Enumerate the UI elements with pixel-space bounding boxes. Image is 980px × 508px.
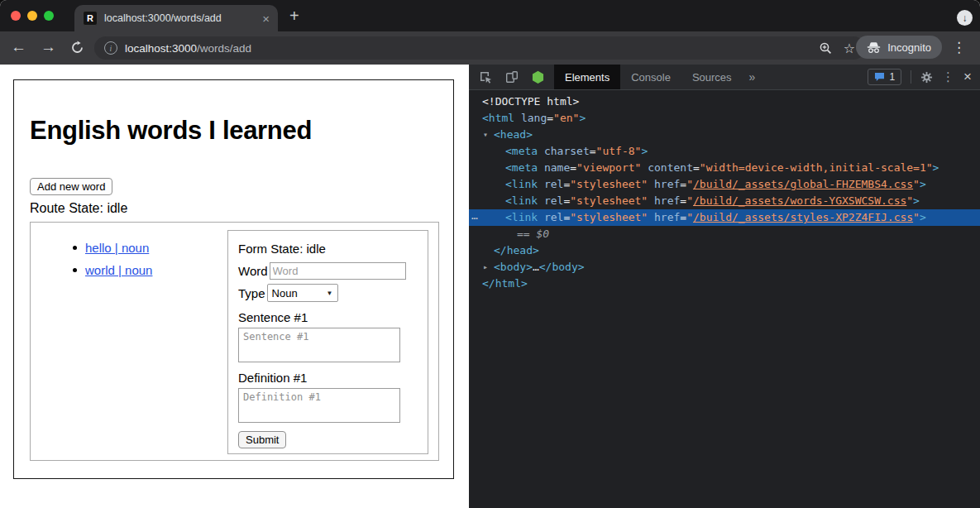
code-token: = (570, 161, 576, 174)
tab-close-icon[interactable]: × (262, 12, 270, 25)
code-token: href (648, 194, 680, 207)
dom-tree-line[interactable]: <meta charset="utf-8"> (469, 143, 980, 160)
code-token: "en" (553, 112, 579, 124)
site-info-icon[interactable]: i (104, 41, 117, 55)
more-tabs-icon[interactable]: » (743, 70, 762, 84)
code-token: content (641, 161, 693, 174)
word-link-world[interactable]: world | noun (85, 263, 152, 277)
type-select[interactable]: Noun ▼ (267, 284, 338, 302)
tab-sources[interactable]: Sources (681, 65, 743, 89)
add-new-word-button[interactable]: Add new word (30, 178, 112, 195)
inspect-element-icon[interactable] (479, 70, 492, 84)
address-bar[interactable]: i localhost:3000/words/add ☆ (94, 36, 865, 60)
word-input[interactable] (270, 262, 406, 280)
form-state-text: Form State: idle (238, 242, 418, 256)
close-window-button[interactable] (11, 11, 21, 21)
code-token: = (680, 178, 686, 190)
browser-toolbar: ← → i localhost:3000/words/add ☆ (0, 31, 980, 65)
list-item: hello | noun (71, 241, 152, 255)
code-token: charset (538, 145, 590, 157)
nodejs-extension-icon[interactable] (532, 70, 544, 84)
node-options-icon[interactable]: … (471, 208, 479, 224)
list-item: world | noun (71, 263, 152, 277)
type-field-row: Type Noun ▼ (238, 284, 418, 302)
dom-tree-line[interactable]: </html> (469, 276, 980, 292)
code-token: " (913, 178, 920, 190)
code-token: == $0 (517, 228, 549, 240)
tab-strip: R localhost:3000/words/add × + ↓ (0, 0, 980, 31)
reload-icon (70, 41, 84, 55)
maximize-window-button[interactable] (44, 11, 54, 21)
code-token: name (538, 161, 570, 174)
sentence-textarea[interactable] (238, 328, 400, 362)
code-token: = (680, 194, 686, 207)
code-token: "utf-8" (596, 145, 642, 157)
dom-tree-line[interactable]: <html lang="en"> (469, 110, 980, 127)
dom-tree-line[interactable]: <link rel="stylesheet" href="/build/_ass… (469, 193, 980, 209)
device-toolbar-icon[interactable] (505, 70, 519, 84)
code-token: href (648, 178, 680, 190)
code-token: … (533, 261, 539, 273)
devtools-close-icon[interactable]: × (963, 69, 972, 85)
code-token: rel (538, 194, 563, 207)
download-button[interactable]: ↓ (957, 10, 973, 26)
code-token: " (686, 211, 693, 223)
devtools-menu-icon[interactable]: ⋮ (942, 69, 954, 84)
code-token: > (579, 112, 586, 124)
code-token: > (920, 211, 926, 223)
definition-label: Definition #1 (238, 371, 418, 385)
window-controls (11, 11, 54, 21)
settings-gear-icon[interactable] (920, 71, 933, 84)
code-token: " (906, 194, 913, 207)
url-text[interactable]: localhost:3000/words/add (125, 42, 251, 55)
code-token: /build/_assets/styles-XP2Z4FIJ.css (693, 211, 913, 223)
code-token: <meta (505, 161, 538, 174)
dom-tree-line[interactable]: ▾<head> (469, 127, 980, 143)
dom-tree-line[interactable]: </head> (469, 242, 980, 259)
tab-elements[interactable]: Elements (554, 65, 620, 89)
code-token: = (693, 161, 700, 174)
type-field-label: Type (238, 286, 265, 300)
submit-button[interactable]: Submit (238, 431, 286, 448)
word-link-hello[interactable]: hello | noun (85, 241, 149, 255)
dom-tree-line-selected[interactable]: …<link rel="stylesheet" href="/build/_as… (469, 209, 980, 226)
code-token: = (680, 211, 686, 223)
toolbar-divider (911, 70, 911, 84)
dom-tree-line[interactable]: == $0 (469, 226, 980, 242)
devtools-panel: Elements Console Sources » 1 ⋮ × <!DOCTY… (469, 65, 980, 508)
code-token: "stylesheet" (570, 178, 648, 190)
collapse-arrow-icon[interactable]: ▾ (483, 127, 488, 143)
dom-tree-line[interactable]: <link rel="stylesheet" href="/build/_ass… (469, 176, 980, 193)
code-token: "width=device-width,initial-scale=1" (700, 161, 933, 174)
new-tab-button[interactable]: + (289, 7, 299, 24)
devtools-code: <!DOCTYPE html><html lang="en">▾<head><m… (469, 90, 980, 508)
forward-button[interactable]: → (41, 38, 56, 56)
code-token: </body> (539, 261, 585, 273)
code-token: <html (482, 112, 514, 124)
minimize-window-button[interactable] (27, 11, 37, 21)
dom-tree-line[interactable]: <!DOCTYPE html> (469, 93, 980, 110)
code-token: lang (514, 112, 547, 124)
remix-favicon-icon: R (83, 11, 98, 26)
code-token: <link (505, 194, 538, 207)
dom-tree-line[interactable]: <meta name="viewport" content="width=dev… (469, 160, 980, 176)
code-token: /build/_assets/global-FHZEMBS4.css (693, 178, 913, 190)
code-token: "stylesheet" (570, 211, 648, 223)
expand-arrow-icon[interactable]: ▸ (483, 259, 488, 276)
definition-textarea[interactable] (238, 388, 400, 423)
bookmark-star-icon[interactable]: ☆ (844, 41, 855, 56)
dom-tree-line[interactable]: ▸<body>…</body> (469, 259, 980, 276)
code-token: " (686, 178, 693, 190)
add-word-form: Form State: idle Word Type Noun ▼ Senten… (227, 230, 428, 454)
incognito-icon (867, 41, 881, 54)
tab-console[interactable]: Console (620, 65, 681, 89)
tab-title: localhost:3000/words/add (104, 12, 256, 24)
issues-counter[interactable]: 1 (868, 69, 901, 85)
code-token: <link (505, 178, 538, 190)
back-button[interactable]: ← (11, 38, 26, 56)
code-token: rel (538, 211, 563, 223)
reload-button[interactable] (70, 41, 84, 59)
zoom-icon[interactable] (819, 41, 833, 55)
browser-tab[interactable]: R localhost:3000/words/add × (74, 5, 278, 31)
browser-menu-icon[interactable]: ⋮ (952, 39, 966, 56)
